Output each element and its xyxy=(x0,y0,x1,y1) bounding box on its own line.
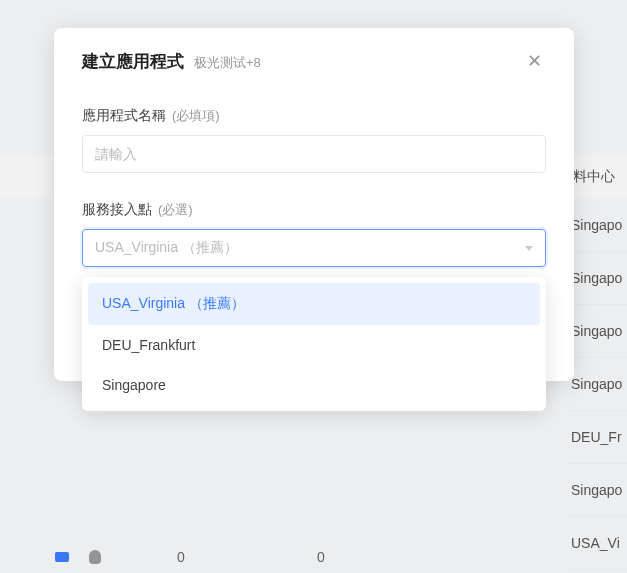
endpoint-label: 服務接入點 (必選) xyxy=(82,201,546,219)
endpoint-dropdown: USA_Virginia （推薦）DEU_FrankfurtSingapore xyxy=(82,277,546,411)
dropdown-option[interactable]: USA_Virginia （推薦） xyxy=(88,283,540,325)
create-app-modal: 建立應用程式 极光测试+8 ✕ 應用程式名稱 (必填項) 服務接入點 (必選) … xyxy=(54,28,574,381)
chevron-down-icon xyxy=(525,246,533,251)
form-item-name: 應用程式名稱 (必填項) xyxy=(82,107,546,173)
modal-header: 建立應用程式 极光测试+8 ✕ xyxy=(54,28,574,81)
modal-title: 建立應用程式 xyxy=(82,50,184,73)
name-label: 應用程式名稱 (必填項) xyxy=(82,107,546,125)
app-name-input[interactable] xyxy=(82,135,546,173)
dropdown-option[interactable]: DEU_Frankfurt xyxy=(88,325,540,365)
close-icon[interactable]: ✕ xyxy=(523,50,546,72)
endpoint-hint: (必選) xyxy=(158,202,193,217)
modal-subtitle: 极光测试+8 xyxy=(194,54,261,72)
modal-body: 應用程式名稱 (必填項) 服務接入點 (必選) USA_Virginia （推薦… xyxy=(54,81,574,305)
endpoint-select[interactable]: USA_Virginia （推薦） xyxy=(82,229,546,267)
endpoint-select-value: USA_Virginia （推薦） xyxy=(95,239,238,257)
name-hint: (必填項) xyxy=(172,108,220,123)
endpoint-label-text: 服務接入點 xyxy=(82,201,152,217)
dropdown-option[interactable]: Singapore xyxy=(88,365,540,405)
form-item-endpoint: 服務接入點 (必選) USA_Virginia （推薦） USA_Virgini… xyxy=(82,201,546,267)
name-label-text: 應用程式名稱 xyxy=(82,107,166,123)
